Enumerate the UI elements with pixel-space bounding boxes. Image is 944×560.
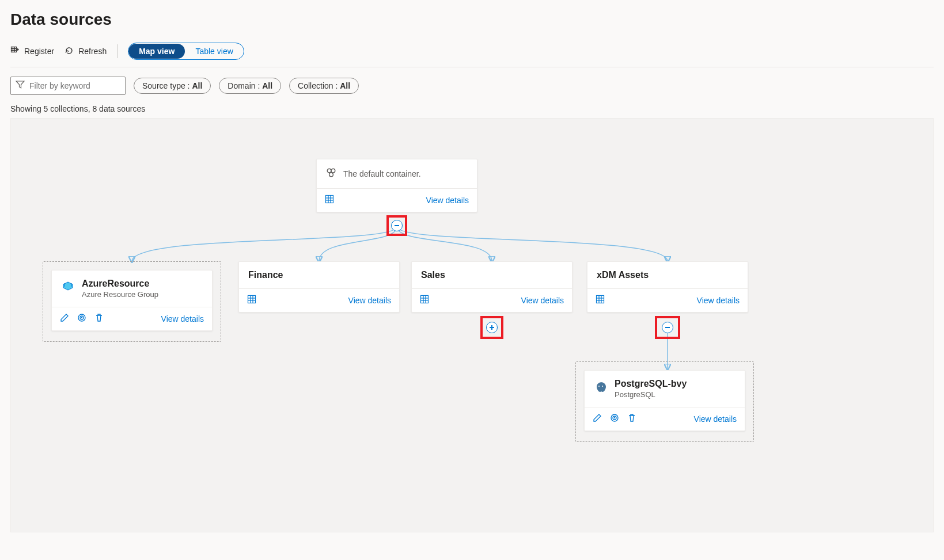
source-title: AzureResource <box>82 279 158 289</box>
svg-point-37 <box>602 386 603 387</box>
sales-expand-toggle[interactable] <box>486 322 498 333</box>
collection-node-finance[interactable]: Finance View details <box>238 261 400 313</box>
collection-filter-label: Collection : <box>298 81 340 90</box>
domain-filter-label: Domain : <box>228 81 262 90</box>
scan-icon[interactable] <box>610 413 619 425</box>
view-details-link[interactable]: View details <box>521 296 564 305</box>
domain-filter[interactable]: Domain : All <box>219 78 281 94</box>
svg-point-9 <box>331 169 335 173</box>
view-details-link[interactable]: View details <box>694 414 737 424</box>
source-title: PostgreSQL-bvy <box>615 379 687 389</box>
refresh-icon <box>65 46 74 57</box>
delete-icon[interactable] <box>94 313 104 325</box>
scan-icon[interactable] <box>77 313 86 325</box>
view-details-link[interactable]: View details <box>426 196 469 205</box>
keyword-filter[interactable] <box>10 77 126 95</box>
collection-node-sales[interactable]: Sales View details <box>411 261 573 313</box>
svg-rect-31 <box>597 296 604 303</box>
refresh-label: Refresh <box>78 47 107 56</box>
result-summary: Showing 5 collections, 8 data sources <box>10 104 934 113</box>
view-details-link[interactable]: View details <box>161 314 204 323</box>
root-collection-node[interactable]: The default container. View details <box>316 159 477 212</box>
page-title: Data sources <box>10 10 934 29</box>
source-subtitle: Azure Resource Group <box>82 290 158 299</box>
toolbar: Register Refresh Map view Table view <box>10 43 934 67</box>
table-view-tab[interactable]: Table view <box>185 44 243 59</box>
delete-icon[interactable] <box>627 413 636 425</box>
root-description: The default container. <box>343 169 421 178</box>
svg-rect-19 <box>248 296 256 303</box>
postgresql-icon <box>594 381 608 397</box>
filter-icon <box>16 80 25 92</box>
collection-title: Sales <box>421 270 563 280</box>
collection-title: Finance <box>248 270 390 280</box>
keyword-filter-input[interactable] <box>28 81 131 91</box>
sources-grid-icon[interactable] <box>420 295 429 306</box>
edit-icon[interactable] <box>60 313 69 325</box>
svg-point-18 <box>82 318 82 318</box>
map-view-tab[interactable]: Map view <box>128 44 185 59</box>
toolbar-divider <box>117 44 117 58</box>
collection-filter-value: All <box>340 81 350 90</box>
source-node-postgres[interactable]: PostgreSQL-bvy PostgreSQL View details <box>584 370 745 431</box>
sources-grid-icon[interactable] <box>247 295 256 306</box>
xdm-collapse-toggle[interactable] <box>662 322 673 333</box>
svg-point-40 <box>615 418 615 418</box>
source-type-filter-label: Source type : <box>142 81 192 90</box>
root-collapse-toggle[interactable] <box>391 220 403 231</box>
source-subtitle: PostgreSQL <box>615 390 687 399</box>
collection-node-xdm[interactable]: xDM Assets View details <box>587 261 748 313</box>
source-group: AzureResource Azure Resource Group View … <box>43 261 221 342</box>
source-type-filter[interactable]: Source type : All <box>134 78 211 94</box>
svg-rect-0 <box>12 47 17 52</box>
register-icon <box>10 46 20 57</box>
svg-rect-11 <box>326 196 333 203</box>
svg-point-36 <box>598 386 600 387</box>
register-button[interactable]: Register <box>10 46 54 57</box>
container-icon <box>326 167 336 180</box>
sources-grid-icon[interactable] <box>596 295 605 306</box>
source-type-filter-value: All <box>192 81 202 90</box>
sources-grid-icon[interactable] <box>325 195 334 206</box>
refresh-button[interactable]: Refresh <box>65 46 107 57</box>
azure-resource-icon <box>61 281 75 297</box>
svg-rect-24 <box>421 296 429 303</box>
register-label: Register <box>24 47 54 56</box>
map-canvas[interactable]: The default container. View details <box>10 118 934 532</box>
svg-point-8 <box>327 169 331 173</box>
edit-icon[interactable] <box>593 413 602 425</box>
view-toggle: Map view Table view <box>128 43 244 60</box>
view-details-link[interactable]: View details <box>697 296 740 305</box>
svg-marker-7 <box>16 81 24 88</box>
domain-filter-value: All <box>262 81 272 90</box>
source-group: PostgreSQL-bvy PostgreSQL View details <box>575 361 754 442</box>
svg-point-10 <box>329 173 333 177</box>
filter-row: Source type : All Domain : All Collectio… <box>10 77 934 95</box>
collection-filter[interactable]: Collection : All <box>289 78 359 94</box>
collection-title: xDM Assets <box>597 270 738 280</box>
source-node-azure-resource[interactable]: AzureResource Azure Resource Group View … <box>51 270 213 331</box>
view-details-link[interactable]: View details <box>348 296 391 305</box>
